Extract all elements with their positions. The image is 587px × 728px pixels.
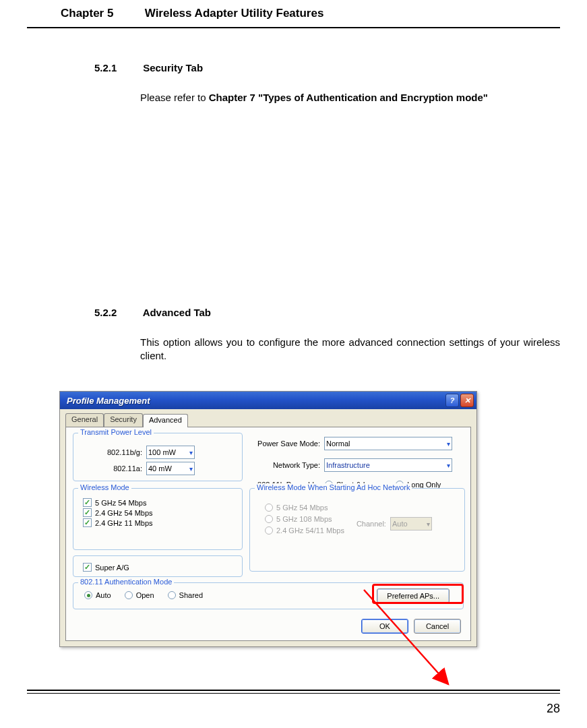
help-button[interactable]: ? [445, 394, 459, 407]
tab-body-advanced: Transmit Power Level 802.11b/g: 100 mW ▾… [65, 427, 471, 641]
section-title: Advanced Tab [143, 307, 211, 318]
radio-auth-shared[interactable]: Shared [168, 591, 203, 599]
check-label: 5 GHz 54 Mbps [95, 499, 146, 507]
tab-advanced[interactable]: Advanced [143, 414, 188, 427]
group-auth-mode: 802.11 Authentication Mode Auto Open Sha… [73, 582, 464, 609]
label-channel: Channel: [357, 520, 386, 528]
radio-label: 5 GHz 108 Mbps [276, 515, 332, 523]
section-521-body: Please refer to Chapter 7 "Types of Auth… [140, 91, 560, 104]
check-super-ag[interactable]: ✓Super A/G [83, 563, 242, 572]
close-icon: ✕ [464, 396, 470, 405]
section-521-heading: 5.2.1 Security Tab [94, 62, 560, 73]
section-title: Security Tab [143, 62, 203, 73]
preferred-aps-button[interactable]: Preferred APs... [377, 588, 450, 603]
chevron-down-icon: ▾ [189, 449, 193, 456]
radio-adhoc-24ghz-5411: 2.4 GHz 54/11 Mbps [265, 526, 344, 535]
radio-auth-open[interactable]: Open [125, 591, 154, 599]
help-icon: ? [450, 396, 455, 404]
section-number: 5.2.2 [94, 307, 140, 318]
group-title: 802.11 Authentication Mode [78, 578, 174, 586]
radio-label: 2.4 GHz 54/11 Mbps [276, 526, 344, 535]
chevron-down-icon: ▾ [427, 520, 430, 528]
page-number: 28 [547, 702, 560, 716]
label-network-type: Network Type: [249, 461, 320, 469]
radio-auth-auto[interactable]: Auto [84, 591, 111, 599]
title-bar: Profile Management ? ✕ [60, 392, 476, 409]
bottom-rule-thick [27, 690, 560, 691]
chapter-number: Chapter 5 [61, 7, 142, 20]
radio-label: 5 GHz 54 Mbps [276, 504, 328, 512]
dialog-profile-management: Profile Management ? ✕ General Security … [59, 391, 477, 647]
radio-label: Shared [179, 591, 203, 599]
chevron-down-icon: ▾ [189, 465, 193, 473]
tab-bar: General Security Advanced [65, 413, 476, 427]
check-label: 2.4 GHz 54 Mbps [95, 509, 153, 517]
cancel-button[interactable]: Cancel [414, 619, 461, 634]
ok-button[interactable]: OK [361, 619, 408, 634]
group-title: Wireless Mode [78, 483, 131, 491]
top-rule [27, 27, 560, 28]
close-button[interactable]: ✕ [460, 394, 474, 407]
body-text: Please refer to [140, 92, 209, 103]
radio-label: Auto [96, 591, 111, 599]
select-value: Infrastructure [326, 461, 370, 469]
check-24ghz-11[interactable]: ✓2.4 GHz 11 Mbps [83, 518, 242, 527]
group-title: Wireless Mode When Starting Ad Hoc Netwo… [255, 483, 412, 491]
radio-adhoc-5ghz-108: 5 GHz 108 Mbps [265, 515, 344, 523]
select-value: 40 mW [148, 464, 172, 473]
window-title: Profile Management [63, 396, 150, 406]
chevron-down-icon: ▾ [447, 462, 450, 469]
group-super-ag: ✓Super A/G [73, 555, 243, 577]
check-5ghz-54[interactable]: ✓5 GHz 54 Mbps [83, 498, 242, 507]
group-transmit-power: Transmit Power Level 802.11b/g: 100 mW ▾… [73, 433, 243, 481]
select-power-save-mode[interactable]: Normal ▾ [324, 437, 452, 450]
select-value: Normal [326, 439, 350, 448]
check-label: 2.4 GHz 11 Mbps [95, 519, 153, 527]
tab-security[interactable]: Security [104, 413, 143, 427]
chevron-down-icon: ▾ [447, 440, 450, 448]
radio-adhoc-5ghz-54: 5 GHz 54 Mbps [265, 504, 344, 512]
group-adhoc-mode: Wireless Mode When Starting Ad Hoc Netwo… [249, 488, 465, 572]
select-80211bg-power[interactable]: 100 mW ▾ [146, 446, 195, 459]
section-number: 5.2.1 [94, 62, 140, 73]
select-channel: Auto ▾ [390, 517, 432, 530]
select-value: Auto [392, 520, 408, 528]
body-bold: Chapter 7 "Types of Authentication and E… [209, 92, 488, 103]
dialog-footer: OK Cancel [361, 619, 461, 634]
group-wireless-mode: Wireless Mode ✓5 GHz 54 Mbps ✓2.4 GHz 54… [73, 488, 243, 550]
group-title: Transmit Power Level [78, 428, 154, 436]
check-24ghz-54[interactable]: ✓2.4 GHz 54 Mbps [83, 508, 242, 517]
radio-label: Open [136, 591, 154, 599]
label-80211a: 802.11a: [80, 464, 142, 473]
label-80211bg: 802.11b/g: [80, 448, 142, 456]
select-value: 100 mW [148, 448, 176, 456]
bottom-rule-thin [27, 693, 560, 694]
label-power-save-mode: Power Save Mode: [249, 439, 320, 448]
chapter-title: Wireless Adapter Utility Features [145, 7, 324, 20]
select-network-type[interactable]: Infrastructure ▾ [324, 458, 452, 472]
check-label: Super A/G [95, 564, 129, 572]
section-522-body: This option allows you to configure the … [140, 336, 560, 363]
section-522-heading: 5.2.2 Advanced Tab [94, 307, 560, 318]
chapter-header: Chapter 5 Wireless Adapter Utility Featu… [61, 7, 560, 20]
tab-general[interactable]: General [65, 413, 104, 427]
select-80211a-power[interactable]: 40 mW ▾ [146, 462, 195, 475]
